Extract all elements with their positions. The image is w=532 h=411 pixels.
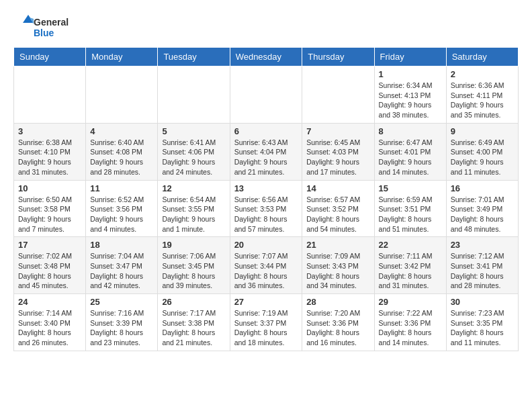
day-number: 17 xyxy=(18,240,81,250)
calendar-cell: 20Sunrise: 7:07 AM Sunset: 3:44 PM Dayli… xyxy=(230,237,302,294)
calendar-week: 17Sunrise: 7:02 AM Sunset: 3:48 PM Dayli… xyxy=(14,237,519,294)
calendar-cell: 18Sunrise: 7:04 AM Sunset: 3:47 PM Dayli… xyxy=(86,237,158,294)
day-info: Sunrise: 6:45 AM Sunset: 4:03 PM Dayligh… xyxy=(306,138,369,177)
header-day: Tuesday xyxy=(158,48,230,66)
calendar-week: 10Sunrise: 6:50 AM Sunset: 3:58 PM Dayli… xyxy=(14,180,519,237)
day-info: Sunrise: 6:41 AM Sunset: 4:06 PM Dayligh… xyxy=(162,138,225,177)
calendar-week: 24Sunrise: 7:14 AM Sunset: 3:40 PM Dayli… xyxy=(14,294,519,351)
day-number: 27 xyxy=(234,297,298,307)
day-info: Sunrise: 7:01 AM Sunset: 3:49 PM Dayligh… xyxy=(451,195,514,234)
calendar: SundayMondayTuesdayWednesdayThursdayFrid… xyxy=(13,47,519,351)
day-number: 23 xyxy=(451,240,514,250)
calendar-cell: 28Sunrise: 7:20 AM Sunset: 3:36 PM Dayli… xyxy=(302,294,374,351)
calendar-cell: 4Sunrise: 6:40 AM Sunset: 4:08 PM Daylig… xyxy=(86,123,158,180)
header-row: SundayMondayTuesdayWednesdayThursdayFrid… xyxy=(14,48,519,66)
svg-text:Blue: Blue xyxy=(34,28,54,38)
calendar-cell xyxy=(14,66,86,124)
day-info: Sunrise: 6:47 AM Sunset: 4:01 PM Dayligh… xyxy=(379,138,442,177)
day-number: 8 xyxy=(379,126,442,136)
calendar-week: 1Sunrise: 6:34 AM Sunset: 4:13 PM Daylig… xyxy=(14,66,519,124)
calendar-cell: 2Sunrise: 6:36 AM Sunset: 4:11 PM Daylig… xyxy=(446,66,518,124)
day-number: 15 xyxy=(379,183,442,193)
calendar-cell: 23Sunrise: 7:12 AM Sunset: 3:41 PM Dayli… xyxy=(446,237,518,294)
calendar-cell: 17Sunrise: 7:02 AM Sunset: 3:48 PM Dayli… xyxy=(14,237,86,294)
day-number: 22 xyxy=(379,240,442,250)
day-info: Sunrise: 6:56 AM Sunset: 3:53 PM Dayligh… xyxy=(234,195,298,234)
calendar-cell: 29Sunrise: 7:22 AM Sunset: 3:36 PM Dayli… xyxy=(374,294,446,351)
header-day: Saturday xyxy=(446,48,518,66)
day-number: 24 xyxy=(18,297,81,307)
calendar-cell: 1Sunrise: 6:34 AM Sunset: 4:13 PM Daylig… xyxy=(374,66,446,124)
day-number: 9 xyxy=(451,126,514,136)
day-number: 1 xyxy=(379,69,442,79)
calendar-cell xyxy=(302,66,374,124)
calendar-cell: 3Sunrise: 6:38 AM Sunset: 4:10 PM Daylig… xyxy=(14,123,86,180)
header-day: Sunday xyxy=(14,48,86,66)
header-day: Thursday xyxy=(302,48,374,66)
day-info: Sunrise: 6:49 AM Sunset: 4:00 PM Dayligh… xyxy=(451,138,514,177)
day-info: Sunrise: 7:16 AM Sunset: 3:39 PM Dayligh… xyxy=(90,308,153,348)
logo: General Blue xyxy=(13,13,74,40)
day-info: Sunrise: 7:17 AM Sunset: 3:38 PM Dayligh… xyxy=(162,308,225,348)
calendar-body: 1Sunrise: 6:34 AM Sunset: 4:13 PM Daylig… xyxy=(14,66,519,351)
day-number: 28 xyxy=(306,297,369,307)
calendar-week: 3Sunrise: 6:38 AM Sunset: 4:10 PM Daylig… xyxy=(14,123,519,180)
day-number: 12 xyxy=(162,183,225,193)
svg-text:General: General xyxy=(34,17,69,28)
day-info: Sunrise: 7:02 AM Sunset: 3:48 PM Dayligh… xyxy=(18,251,81,291)
calendar-cell: 24Sunrise: 7:14 AM Sunset: 3:40 PM Dayli… xyxy=(14,294,86,351)
day-info: Sunrise: 6:54 AM Sunset: 3:55 PM Dayligh… xyxy=(162,195,225,234)
calendar-cell: 7Sunrise: 6:45 AM Sunset: 4:03 PM Daylig… xyxy=(302,123,374,180)
calendar-cell: 22Sunrise: 7:11 AM Sunset: 3:42 PM Dayli… xyxy=(374,237,446,294)
day-number: 20 xyxy=(234,240,298,250)
day-info: Sunrise: 7:20 AM Sunset: 3:36 PM Dayligh… xyxy=(306,308,369,348)
day-number: 30 xyxy=(451,297,514,307)
day-info: Sunrise: 7:04 AM Sunset: 3:47 PM Dayligh… xyxy=(90,251,153,291)
day-info: Sunrise: 7:11 AM Sunset: 3:42 PM Dayligh… xyxy=(379,251,442,291)
day-info: Sunrise: 6:34 AM Sunset: 4:13 PM Dayligh… xyxy=(379,81,442,120)
day-info: Sunrise: 7:12 AM Sunset: 3:41 PM Dayligh… xyxy=(451,251,514,291)
header-day: Wednesday xyxy=(230,48,302,66)
header-day: Friday xyxy=(374,48,446,66)
calendar-cell: 21Sunrise: 7:09 AM Sunset: 3:43 PM Dayli… xyxy=(302,237,374,294)
day-info: Sunrise: 6:52 AM Sunset: 3:56 PM Dayligh… xyxy=(90,195,153,234)
day-info: Sunrise: 7:22 AM Sunset: 3:36 PM Dayligh… xyxy=(379,308,442,348)
calendar-cell: 13Sunrise: 6:56 AM Sunset: 3:53 PM Dayli… xyxy=(230,180,302,237)
day-number: 18 xyxy=(90,240,153,250)
calendar-cell: 8Sunrise: 6:47 AM Sunset: 4:01 PM Daylig… xyxy=(374,123,446,180)
day-info: Sunrise: 7:23 AM Sunset: 3:35 PM Dayligh… xyxy=(451,308,514,348)
calendar-cell: 11Sunrise: 6:52 AM Sunset: 3:56 PM Dayli… xyxy=(86,180,158,237)
calendar-cell: 12Sunrise: 6:54 AM Sunset: 3:55 PM Dayli… xyxy=(158,180,230,237)
calendar-header: SundayMondayTuesdayWednesdayThursdayFrid… xyxy=(14,48,519,66)
calendar-cell: 9Sunrise: 6:49 AM Sunset: 4:00 PM Daylig… xyxy=(446,123,518,180)
day-number: 25 xyxy=(90,297,153,307)
calendar-cell: 27Sunrise: 7:19 AM Sunset: 3:37 PM Dayli… xyxy=(230,294,302,351)
day-info: Sunrise: 6:38 AM Sunset: 4:10 PM Dayligh… xyxy=(18,138,81,177)
day-info: Sunrise: 7:06 AM Sunset: 3:45 PM Dayligh… xyxy=(162,251,225,291)
day-number: 11 xyxy=(90,183,153,193)
day-number: 14 xyxy=(306,183,369,193)
day-number: 13 xyxy=(234,183,298,193)
calendar-cell: 14Sunrise: 6:57 AM Sunset: 3:52 PM Dayli… xyxy=(302,180,374,237)
calendar-cell: 19Sunrise: 7:06 AM Sunset: 3:45 PM Dayli… xyxy=(158,237,230,294)
day-number: 3 xyxy=(18,126,81,136)
calendar-cell: 6Sunrise: 6:43 AM Sunset: 4:04 PM Daylig… xyxy=(230,123,302,180)
calendar-cell: 15Sunrise: 6:59 AM Sunset: 3:51 PM Dayli… xyxy=(374,180,446,237)
day-number: 6 xyxy=(234,126,298,136)
header: General Blue xyxy=(13,13,519,40)
calendar-cell xyxy=(158,66,230,124)
logo-svg: General Blue xyxy=(13,13,74,40)
calendar-cell: 16Sunrise: 7:01 AM Sunset: 3:49 PM Dayli… xyxy=(446,180,518,237)
day-number: 5 xyxy=(162,126,225,136)
day-number: 16 xyxy=(451,183,514,193)
day-number: 21 xyxy=(306,240,369,250)
calendar-cell: 30Sunrise: 7:23 AM Sunset: 3:35 PM Dayli… xyxy=(446,294,518,351)
day-number: 19 xyxy=(162,240,225,250)
day-info: Sunrise: 7:19 AM Sunset: 3:37 PM Dayligh… xyxy=(234,308,298,348)
day-info: Sunrise: 6:40 AM Sunset: 4:08 PM Dayligh… xyxy=(90,138,153,177)
day-number: 26 xyxy=(162,297,225,307)
day-number: 10 xyxy=(18,183,81,193)
header-day: Monday xyxy=(86,48,158,66)
calendar-cell xyxy=(86,66,158,124)
day-info: Sunrise: 6:59 AM Sunset: 3:51 PM Dayligh… xyxy=(379,195,442,234)
